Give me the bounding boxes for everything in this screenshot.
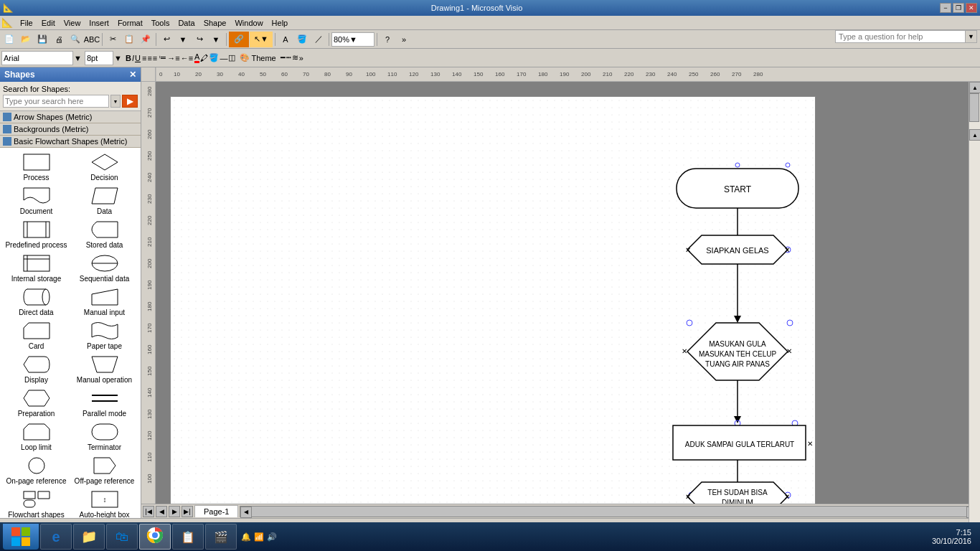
shape-paper-tape[interactable]: Paper tape [71, 319, 138, 352]
align-center-button[interactable]: ≡ [147, 54, 151, 62]
line-btn[interactable]: ／ [311, 32, 326, 47]
undo-dd-button[interactable]: ▼ [175, 32, 191, 47]
highlight-button[interactable]: 🖍 [200, 54, 208, 62]
tab-prev-button[interactable]: ◀ [156, 506, 167, 517]
shape-stored[interactable]: Stored data [71, 218, 138, 250]
line-pattern-button[interactable]: ┅ [286, 53, 291, 62]
line-weight-button[interactable]: ≋ [292, 53, 298, 62]
text-btn[interactable]: A [278, 32, 293, 47]
shape-predefined[interactable]: Predefined process [3, 218, 70, 250]
open-button[interactable]: 📂 [18, 32, 34, 47]
close-button[interactable]: ✕ [966, 3, 977, 13]
connector-button[interactable]: 🔗 [229, 32, 249, 47]
restore-button[interactable]: ❐ [953, 3, 964, 13]
line-style-button[interactable]: ━ [281, 53, 286, 62]
shape-document[interactable]: Document [3, 184, 70, 217]
tab-horizontal-scrollbar[interactable]: ◀ ▶ [240, 506, 979, 517]
align-left-button[interactable]: ≡ [142, 54, 146, 62]
help-btn[interactable]: ? [380, 32, 395, 47]
print-button[interactable]: 🖨 [51, 32, 67, 47]
menu-format[interactable]: Format [113, 17, 147, 29]
category-backgrounds[interactable]: Backgrounds (Metric) [0, 123, 141, 136]
fill-color-button[interactable]: 🪣 [209, 53, 219, 62]
menu-view[interactable]: View [60, 17, 85, 29]
hscroll-left[interactable]: ◀ [240, 507, 252, 518]
start-button[interactable] [3, 524, 39, 550]
shape-display[interactable]: Display [3, 353, 70, 385]
taskbar-store[interactable]: 🛍 [106, 524, 138, 550]
shape-onpage[interactable]: On-page reference [3, 454, 70, 486]
shapes-close-button[interactable]: ✕ [129, 70, 136, 80]
bold-button[interactable]: B [126, 54, 131, 62]
shape-offpage[interactable]: Off-page reference [71, 454, 138, 486]
shape-decision[interactable]: Decision [71, 151, 138, 183]
menu-edit[interactable]: Edit [37, 17, 60, 29]
menu-window[interactable]: Window [230, 17, 267, 29]
shape-data[interactable]: Data [71, 184, 138, 217]
canvas-viewport[interactable]: START SIAPKAN GELAS ✕ ✕ [156, 82, 969, 504]
shape-autoheight[interactable]: ↕ Auto-height box [71, 488, 138, 518]
shape-preparation[interactable]: Preparation [3, 387, 70, 419]
scroll-up-button[interactable]: ▲ [969, 82, 980, 93]
taskbar-ie[interactable]: e [40, 524, 72, 550]
menu-file[interactable]: File [16, 17, 37, 29]
tab-next-button[interactable]: ▶ [169, 506, 180, 517]
underline-button[interactable]: U [135, 54, 141, 62]
italic-button[interactable]: I [132, 54, 134, 62]
scroll-thumb-v[interactable] [969, 93, 979, 122]
more-btn2[interactable]: » [299, 54, 303, 62]
shape-sequential[interactable]: Sequential data [71, 252, 138, 284]
cut-button[interactable]: ✂ [105, 32, 121, 47]
indent-more-button[interactable]: →≡ [167, 54, 179, 62]
taskbar-explorer[interactable]: 📁 [73, 524, 105, 550]
tab-page1[interactable]: Page-1 [194, 505, 238, 517]
copy-button[interactable]: 📋 [121, 32, 137, 47]
shapes-search-go-button[interactable]: ▶ [122, 95, 138, 108]
menu-insert[interactable]: Insert [85, 17, 113, 29]
help-search-input[interactable] [836, 32, 965, 41]
font-size-input[interactable] [85, 51, 113, 65]
extra-btn[interactable]: » [396, 32, 412, 47]
shape-process[interactable]: Process [3, 151, 70, 183]
shape-manual-op[interactable]: Manual operation [71, 353, 138, 385]
shape-direct[interactable]: Direct data [3, 286, 70, 318]
taskbar-chrome[interactable] [139, 524, 171, 550]
shape-manual-input[interactable]: Manual input [71, 286, 138, 318]
shadow-button[interactable]: ◫ [228, 53, 235, 62]
category-basic-flowchart[interactable]: Basic Flowchart Shapes (Metric) [0, 136, 141, 148]
fill-btn[interactable]: 🪣 [294, 32, 310, 47]
bullet-button[interactable]: ≔ [159, 53, 166, 62]
category-arrow-shapes[interactable]: Arrow Shapes (Metric) [0, 111, 141, 123]
font-name-input[interactable] [1, 51, 73, 65]
tab-first-button[interactable]: |◀ [143, 506, 154, 517]
taskbar-clock[interactable]: 7:15 30/10/2016 [932, 528, 977, 545]
redo-dd-button[interactable]: ▼ [208, 32, 224, 47]
print-preview-button[interactable]: 🔍 [67, 32, 83, 47]
theme-button[interactable]: 🎨 Theme [237, 53, 278, 62]
shape-card[interactable]: Card [3, 319, 70, 352]
align-right-button[interactable]: ≡ [153, 54, 157, 62]
minimize-button[interactable]: − [940, 3, 951, 13]
help-search-arrow[interactable]: ▼ [965, 31, 976, 42]
indent-less-button[interactable]: ←≡ [181, 54, 193, 62]
shape-parallel[interactable]: Parallel mode [71, 387, 138, 419]
menu-data[interactable]: Data [174, 17, 199, 29]
shapes-search-dropdown[interactable]: ▼ [110, 95, 121, 108]
pointer-button[interactable]: ↖▼ [250, 32, 273, 47]
shapes-search-input[interactable] [3, 95, 109, 108]
shape-loop[interactable]: Loop limit [3, 420, 70, 453]
undo-button[interactable]: ↩ [159, 32, 174, 47]
line-color-button[interactable]: — [220, 54, 227, 62]
shape-flowchart[interactable]: Flowchart shapes [3, 488, 70, 518]
new-button[interactable]: 📄 [1, 32, 17, 47]
save-button[interactable]: 💾 [34, 32, 50, 47]
font-color-button[interactable]: A [194, 52, 199, 63]
menu-shape[interactable]: Shape [199, 17, 231, 29]
tab-last-button[interactable]: ▶| [182, 506, 193, 517]
shape-internal[interactable]: Internal storage [3, 252, 70, 284]
redo-button[interactable]: ↪ [192, 32, 207, 47]
taskbar-app5[interactable]: 📋 [172, 524, 204, 550]
font-name-dd[interactable]: ▼ [74, 54, 84, 62]
spell-button[interactable]: ABC [84, 32, 100, 47]
paste-button[interactable]: 📌 [138, 32, 154, 47]
